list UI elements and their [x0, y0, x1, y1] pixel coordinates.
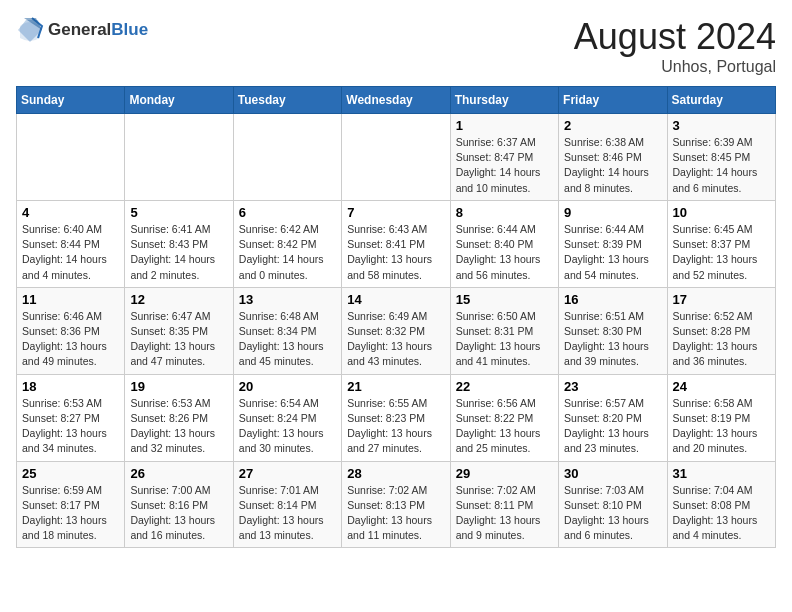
location: Unhos, Portugal: [574, 58, 776, 76]
cell-content: Sunrise: 6:39 AM Sunset: 8:45 PM Dayligh…: [673, 135, 770, 196]
cell-content: Sunrise: 6:53 AM Sunset: 8:26 PM Dayligh…: [130, 396, 227, 457]
cell-content: Sunrise: 6:44 AM Sunset: 8:40 PM Dayligh…: [456, 222, 553, 283]
day-number: 27: [239, 466, 336, 481]
calendar-cell: 6Sunrise: 6:42 AM Sunset: 8:42 PM Daylig…: [233, 200, 341, 287]
day-number: 5: [130, 205, 227, 220]
logo-text-block: GeneralBlue: [48, 20, 148, 40]
calendar-table: SundayMondayTuesdayWednesdayThursdayFrid…: [16, 86, 776, 548]
calendar-cell: 19Sunrise: 6:53 AM Sunset: 8:26 PM Dayli…: [125, 374, 233, 461]
cell-content: Sunrise: 7:03 AM Sunset: 8:10 PM Dayligh…: [564, 483, 661, 544]
calendar-cell: 17Sunrise: 6:52 AM Sunset: 8:28 PM Dayli…: [667, 287, 775, 374]
header-cell-wednesday: Wednesday: [342, 87, 450, 114]
calendar-cell: [342, 114, 450, 201]
calendar-cell: 1Sunrise: 6:37 AM Sunset: 8:47 PM Daylig…: [450, 114, 558, 201]
calendar-cell: 9Sunrise: 6:44 AM Sunset: 8:39 PM Daylig…: [559, 200, 667, 287]
calendar-cell: 2Sunrise: 6:38 AM Sunset: 8:46 PM Daylig…: [559, 114, 667, 201]
cell-content: Sunrise: 6:49 AM Sunset: 8:32 PM Dayligh…: [347, 309, 444, 370]
day-number: 13: [239, 292, 336, 307]
month-year: August 2024: [574, 16, 776, 58]
day-number: 15: [456, 292, 553, 307]
week-row-1: 4Sunrise: 6:40 AM Sunset: 8:44 PM Daylig…: [17, 200, 776, 287]
calendar-cell: 27Sunrise: 7:01 AM Sunset: 8:14 PM Dayli…: [233, 461, 341, 548]
cell-content: Sunrise: 6:47 AM Sunset: 8:35 PM Dayligh…: [130, 309, 227, 370]
day-number: 2: [564, 118, 661, 133]
day-number: 10: [673, 205, 770, 220]
day-number: 21: [347, 379, 444, 394]
calendar-cell: 28Sunrise: 7:02 AM Sunset: 8:13 PM Dayli…: [342, 461, 450, 548]
cell-content: Sunrise: 7:02 AM Sunset: 8:13 PM Dayligh…: [347, 483, 444, 544]
cell-content: Sunrise: 6:53 AM Sunset: 8:27 PM Dayligh…: [22, 396, 119, 457]
day-number: 22: [456, 379, 553, 394]
cell-content: Sunrise: 6:45 AM Sunset: 8:37 PM Dayligh…: [673, 222, 770, 283]
calendar-cell: 29Sunrise: 7:02 AM Sunset: 8:11 PM Dayli…: [450, 461, 558, 548]
day-number: 19: [130, 379, 227, 394]
cell-content: Sunrise: 6:55 AM Sunset: 8:23 PM Dayligh…: [347, 396, 444, 457]
header-cell-friday: Friday: [559, 87, 667, 114]
calendar-cell: 5Sunrise: 6:41 AM Sunset: 8:43 PM Daylig…: [125, 200, 233, 287]
day-number: 14: [347, 292, 444, 307]
calendar-cell: 4Sunrise: 6:40 AM Sunset: 8:44 PM Daylig…: [17, 200, 125, 287]
cell-content: Sunrise: 6:41 AM Sunset: 8:43 PM Dayligh…: [130, 222, 227, 283]
calendar-cell: 7Sunrise: 6:43 AM Sunset: 8:41 PM Daylig…: [342, 200, 450, 287]
week-row-0: 1Sunrise: 6:37 AM Sunset: 8:47 PM Daylig…: [17, 114, 776, 201]
calendar-cell: 8Sunrise: 6:44 AM Sunset: 8:40 PM Daylig…: [450, 200, 558, 287]
logo: GeneralBlue: [16, 16, 148, 44]
calendar-cell: 30Sunrise: 7:03 AM Sunset: 8:10 PM Dayli…: [559, 461, 667, 548]
calendar-cell: 23Sunrise: 6:57 AM Sunset: 8:20 PM Dayli…: [559, 374, 667, 461]
calendar-cell: 13Sunrise: 6:48 AM Sunset: 8:34 PM Dayli…: [233, 287, 341, 374]
header-cell-monday: Monday: [125, 87, 233, 114]
cell-content: Sunrise: 6:44 AM Sunset: 8:39 PM Dayligh…: [564, 222, 661, 283]
cell-content: Sunrise: 6:52 AM Sunset: 8:28 PM Dayligh…: [673, 309, 770, 370]
week-row-4: 25Sunrise: 6:59 AM Sunset: 8:17 PM Dayli…: [17, 461, 776, 548]
day-number: 7: [347, 205, 444, 220]
cell-content: Sunrise: 7:00 AM Sunset: 8:16 PM Dayligh…: [130, 483, 227, 544]
week-row-2: 11Sunrise: 6:46 AM Sunset: 8:36 PM Dayli…: [17, 287, 776, 374]
header-cell-saturday: Saturday: [667, 87, 775, 114]
day-number: 16: [564, 292, 661, 307]
header-row: SundayMondayTuesdayWednesdayThursdayFrid…: [17, 87, 776, 114]
day-number: 29: [456, 466, 553, 481]
calendar-cell: 31Sunrise: 7:04 AM Sunset: 8:08 PM Dayli…: [667, 461, 775, 548]
calendar-cell: 16Sunrise: 6:51 AM Sunset: 8:30 PM Dayli…: [559, 287, 667, 374]
day-number: 26: [130, 466, 227, 481]
cell-content: Sunrise: 7:02 AM Sunset: 8:11 PM Dayligh…: [456, 483, 553, 544]
day-number: 31: [673, 466, 770, 481]
calendar-cell: 25Sunrise: 6:59 AM Sunset: 8:17 PM Dayli…: [17, 461, 125, 548]
calendar-cell: 26Sunrise: 7:00 AM Sunset: 8:16 PM Dayli…: [125, 461, 233, 548]
day-number: 3: [673, 118, 770, 133]
day-number: 23: [564, 379, 661, 394]
calendar-cell: 14Sunrise: 6:49 AM Sunset: 8:32 PM Dayli…: [342, 287, 450, 374]
cell-content: Sunrise: 6:54 AM Sunset: 8:24 PM Dayligh…: [239, 396, 336, 457]
cell-content: Sunrise: 6:46 AM Sunset: 8:36 PM Dayligh…: [22, 309, 119, 370]
day-number: 20: [239, 379, 336, 394]
day-number: 12: [130, 292, 227, 307]
logo-blue: Blue: [111, 20, 148, 39]
calendar-body: 1Sunrise: 6:37 AM Sunset: 8:47 PM Daylig…: [17, 114, 776, 548]
day-number: 8: [456, 205, 553, 220]
cell-content: Sunrise: 7:01 AM Sunset: 8:14 PM Dayligh…: [239, 483, 336, 544]
week-row-3: 18Sunrise: 6:53 AM Sunset: 8:27 PM Dayli…: [17, 374, 776, 461]
day-number: 24: [673, 379, 770, 394]
page-header: GeneralBlue August 2024 Unhos, Portugal: [16, 16, 776, 76]
cell-content: Sunrise: 6:58 AM Sunset: 8:19 PM Dayligh…: [673, 396, 770, 457]
calendar-cell: 24Sunrise: 6:58 AM Sunset: 8:19 PM Dayli…: [667, 374, 775, 461]
cell-content: Sunrise: 6:59 AM Sunset: 8:17 PM Dayligh…: [22, 483, 119, 544]
cell-content: Sunrise: 6:56 AM Sunset: 8:22 PM Dayligh…: [456, 396, 553, 457]
day-number: 4: [22, 205, 119, 220]
cell-content: Sunrise: 6:42 AM Sunset: 8:42 PM Dayligh…: [239, 222, 336, 283]
day-number: 9: [564, 205, 661, 220]
calendar-cell: 3Sunrise: 6:39 AM Sunset: 8:45 PM Daylig…: [667, 114, 775, 201]
calendar-cell: 18Sunrise: 6:53 AM Sunset: 8:27 PM Dayli…: [17, 374, 125, 461]
calendar-header: SundayMondayTuesdayWednesdayThursdayFrid…: [17, 87, 776, 114]
cell-content: Sunrise: 7:04 AM Sunset: 8:08 PM Dayligh…: [673, 483, 770, 544]
calendar-cell: [17, 114, 125, 201]
calendar-cell: 20Sunrise: 6:54 AM Sunset: 8:24 PM Dayli…: [233, 374, 341, 461]
title-block: August 2024 Unhos, Portugal: [574, 16, 776, 76]
header-cell-tuesday: Tuesday: [233, 87, 341, 114]
calendar-cell: 22Sunrise: 6:56 AM Sunset: 8:22 PM Dayli…: [450, 374, 558, 461]
calendar-cell: 11Sunrise: 6:46 AM Sunset: 8:36 PM Dayli…: [17, 287, 125, 374]
calendar-cell: [125, 114, 233, 201]
calendar-cell: [233, 114, 341, 201]
day-number: 1: [456, 118, 553, 133]
cell-content: Sunrise: 6:37 AM Sunset: 8:47 PM Dayligh…: [456, 135, 553, 196]
